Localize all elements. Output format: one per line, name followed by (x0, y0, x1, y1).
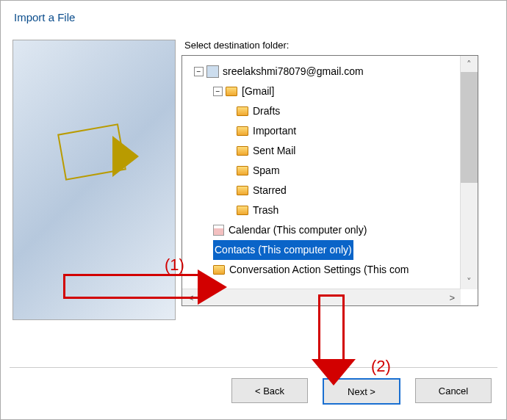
tree-calendar-row[interactable]: Calendar (This computer only) (213, 220, 478, 240)
tree-folder-trash[interactable]: Trash (237, 200, 478, 220)
tree-label: Important (253, 122, 296, 140)
annotation-arrow-1 (63, 274, 200, 299)
annotation-label-2: (2) (371, 357, 391, 376)
folder-icon (237, 166, 248, 175)
vertical-scrollbar[interactable]: ˄ ˅ (460, 56, 478, 289)
scroll-right-icon[interactable]: > (443, 292, 461, 303)
collapse-icon[interactable]: − (213, 87, 223, 96)
folder-icon (237, 126, 248, 136)
scroll-up-icon[interactable]: ˄ (461, 56, 478, 72)
annotation-arrow-2 (318, 294, 345, 359)
tree-folder-spam[interactable]: Spam (237, 161, 478, 181)
tree-label-selected: Contacts (This computer only) (213, 240, 353, 260)
account-icon (206, 65, 219, 78)
calendar-icon (213, 225, 224, 236)
tree-label: Starred (253, 181, 287, 200)
tree-label: sreelakshmi78079@gmail.com (223, 62, 364, 81)
import-file-dialog: Import a File Select destination folder:… (0, 0, 507, 420)
tree-folder-sentmail[interactable]: Sent Mail (237, 141, 478, 161)
tree-account-row[interactable]: − sreelakshmi78079@gmail.com (194, 62, 478, 82)
folder-icon (237, 186, 248, 195)
collapse-icon[interactable]: − (194, 67, 204, 76)
folder-icon (237, 206, 248, 215)
tree-contacts-row[interactable]: Contacts (This computer only) (213, 240, 478, 260)
folder-icon (237, 146, 248, 156)
tree-label: Sent Mail (253, 142, 295, 160)
tree-label: Trash (253, 201, 278, 220)
destination-folder-label: Select destination folder: (181, 31, 495, 55)
tree-conversation-row[interactable]: Conversation Action Settings (This com (213, 260, 478, 280)
tree-label: Calendar (This computer only) (229, 221, 367, 239)
annotation-label-1: (1) (165, 256, 184, 275)
folder-icon (237, 106, 248, 116)
tree-folder-drafts[interactable]: Drafts (237, 101, 478, 121)
back-button[interactable]: < Back (231, 378, 308, 403)
tree-label: Spam (253, 162, 280, 180)
tree-gmail-row[interactable]: − [Gmail] (213, 82, 478, 101)
tree-folder-starred[interactable]: Starred (237, 181, 478, 200)
dialog-button-bar: < Back Next > Cancel (231, 378, 492, 405)
tree-label: Conversation Action Settings (This com (229, 261, 409, 279)
tree-folder-important[interactable]: Important (237, 121, 478, 141)
tree-label: [Gmail] (242, 82, 274, 101)
folder-tree[interactable]: − sreelakshmi78079@gmail.com − [Gmail] D… (181, 55, 478, 306)
dialog-title: Import a File (1, 1, 506, 31)
cancel-button[interactable]: Cancel (415, 378, 492, 403)
tree-label: Drafts (253, 102, 280, 120)
separator (10, 367, 497, 368)
folder-icon (226, 87, 237, 96)
scroll-thumb[interactable] (461, 72, 478, 183)
scroll-down-icon[interactable]: ˅ (461, 273, 478, 289)
